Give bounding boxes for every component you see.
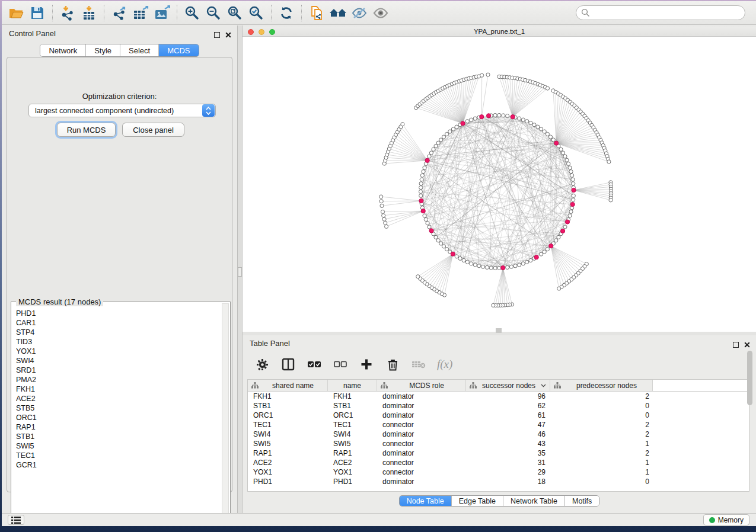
delete-table-icon[interactable] [410,355,428,373]
tab-select[interactable]: Select [120,44,158,56]
dominator-node[interactable] [565,220,569,224]
table-row-swi5[interactable]: SWI5SWI5connector431 [248,439,749,448]
table-row-rap1[interactable]: RAP1RAP1dominator352 [248,448,749,458]
function-builder-icon[interactable]: f(x) [437,358,452,371]
network-node[interactable] [506,114,509,118]
column-header-successor-nodes[interactable]: successor nodes [466,380,550,391]
cell-successor_nodes[interactable]: 61 [466,411,550,419]
network-node[interactable] [565,158,569,162]
network-node[interactable] [518,263,521,267]
network-node[interactable] [572,198,575,201]
network-node[interactable] [481,265,485,268]
memory-button[interactable]: Memory [703,514,749,525]
cell-shared_name[interactable]: TEC1 [248,421,328,429]
dominator-node[interactable] [487,114,491,118]
table-row-swi4[interactable]: SWI4SWI4dominator462 [248,430,749,439]
mcds-result-item[interactable]: STP4 [16,328,219,337]
cell-mcds_role[interactable]: dominator [377,392,466,400]
zoom-fit-icon[interactable] [224,4,245,23]
network-node[interactable] [445,132,449,136]
cell-mcds_role[interactable]: dominator [377,411,466,419]
dominator-node[interactable] [561,229,565,233]
hide-selected-icon[interactable] [349,4,370,23]
network-node[interactable] [568,214,572,217]
dominator-node[interactable] [534,255,538,259]
mcds-result-item[interactable]: ORC1 [16,413,219,422]
network-node[interactable] [439,242,443,245]
mcds-result-scrollbar[interactable] [222,303,229,520]
network-node[interactable] [489,266,493,270]
mcds-result-item[interactable]: GCR1 [16,460,219,470]
network-node[interactable] [477,264,481,268]
export-network-icon[interactable] [109,4,130,23]
cell-shared_name[interactable]: YOX1 [248,468,328,476]
network-node[interactable] [557,235,560,239]
network-node[interactable] [419,182,423,185]
network-node[interactable] [497,266,501,270]
network-node[interactable] [543,130,546,133]
network-node[interactable] [551,138,555,142]
mcds-result-item[interactable]: PMA2 [16,375,219,384]
network-node[interactable] [518,117,521,120]
cell-name[interactable]: TEC1 [328,421,377,429]
network-node[interactable] [502,114,505,117]
mcds-result-item[interactable]: STB5 [16,403,219,413]
float-panel-icon[interactable] [733,342,739,348]
network-node[interactable] [423,214,426,217]
dominator-node[interactable] [480,115,484,119]
dominator-node[interactable] [572,188,576,192]
network-node[interactable] [521,118,525,121]
mcds-result-item[interactable]: RAP1 [16,422,219,432]
table-row-yox1[interactable]: YOX1YOX1connector291 [248,467,749,477]
settings-gear-icon[interactable] [253,355,271,373]
cell-predecessor_nodes[interactable]: 0 [550,411,653,419]
vertical-splitter-handle[interactable] [238,267,242,277]
close-panel-icon[interactable] [225,30,231,40]
table-scrollbar[interactable] [747,350,752,509]
tab-network[interactable]: Network [40,44,85,56]
tab-node-table[interactable]: Node Table [400,496,451,506]
refresh-icon[interactable] [276,4,297,23]
table-row-ace2[interactable]: ACE2ACE2connector311 [248,458,749,467]
column-header-name[interactable]: name [328,380,377,391]
network-node[interactable] [525,120,529,123]
cell-predecessor_nodes[interactable]: 1 [550,440,653,448]
network-node[interactable] [563,225,567,229]
network-node[interactable] [451,127,455,131]
network-node[interactable] [559,148,563,151]
cell-name[interactable]: YOX1 [328,468,377,476]
cell-predecessor_nodes[interactable]: 1 [550,468,653,476]
zoom-out-icon[interactable] [203,4,224,23]
network-node[interactable] [473,117,477,120]
network-node[interactable] [532,123,536,127]
cell-predecessor_nodes[interactable]: 0 [550,402,653,410]
network-node[interactable] [570,174,574,177]
network-node[interactable] [442,135,445,139]
cell-shared_name[interactable]: ORC1 [248,411,328,419]
table-row-tec1[interactable]: TEC1TEC1connector472 [248,420,749,430]
network-node[interactable] [428,155,431,158]
mcds-result-item[interactable]: FKH1 [16,384,219,394]
table-row-fkh1[interactable]: FKH1FKH1dominator962 [248,392,749,401]
column-header-predecessor-nodes[interactable]: predecessor nodes [550,380,653,391]
network-node[interactable] [465,260,469,264]
column-header-shared-name[interactable]: shared name [248,380,328,391]
network-node[interactable] [419,194,423,197]
select-all-icon[interactable] [305,355,323,373]
tab-network-table[interactable]: Network Table [503,496,564,506]
cell-shared_name[interactable]: FKH1 [248,392,328,400]
tab-style[interactable]: Style [85,44,120,56]
network-node[interactable] [381,210,384,213]
network-node[interactable] [607,160,611,164]
network-node[interactable] [379,200,383,203]
network-node[interactable] [513,264,517,268]
network-node[interactable] [493,266,497,270]
float-panel-icon[interactable] [214,32,220,38]
network-node[interactable] [436,141,440,145]
save-session-icon[interactable] [27,4,48,23]
table-scrollbar-thumb[interactable] [747,351,752,405]
dominator-node[interactable] [511,115,515,119]
cell-shared_name[interactable]: SWI4 [248,430,328,438]
cell-mcds_role[interactable]: dominator [377,430,466,438]
cell-predecessor_nodes[interactable]: 2 [550,449,653,457]
